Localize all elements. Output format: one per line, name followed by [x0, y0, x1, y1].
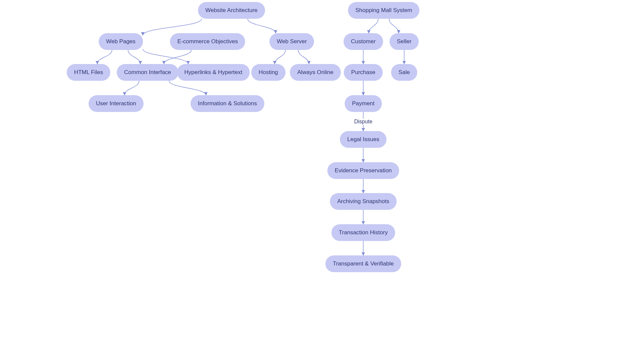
node-hosting: Hosting	[251, 64, 285, 81]
node-infoSolutions: Information & Solutions	[191, 95, 264, 112]
node-transparent: Transparent & Verifiable	[325, 255, 401, 272]
edge-shoppingMallSystem-to-seller	[389, 19, 398, 33]
edge-ecommerceObjectives-to-commonInterface	[164, 50, 192, 64]
edge-label-payment-to-legalIssues: Dispute	[353, 119, 374, 125]
edge-webPages-to-hyperlinks	[143, 49, 188, 64]
edge-webServer-to-alwaysOnline	[298, 50, 309, 64]
edge-commonInterface-to-userInteraction	[124, 81, 139, 95]
node-commonInterface: Common Interface	[117, 64, 178, 81]
node-hyperlinks: Hyperlinks & Hypertext	[177, 64, 250, 81]
edges-layer	[0, 0, 644, 362]
edge-shoppingMallSystem-to-customer	[369, 19, 378, 33]
node-userInteraction: User Interaction	[89, 95, 144, 112]
edge-webServer-to-hosting	[275, 50, 285, 64]
node-websiteArchitecture: Website Architecture	[198, 2, 265, 19]
node-customer: Customer	[343, 33, 383, 50]
node-webServer: Web Server	[269, 33, 314, 50]
node-transHistory: Transaction History	[331, 224, 395, 241]
node-alwaysOnline: Always Online	[290, 64, 341, 81]
node-ecommerceObjectives: E-commerce Objectives	[170, 33, 245, 50]
node-htmlFiles: HTML Files	[67, 64, 110, 81]
node-shoppingMallSystem: Shopping Mall System	[348, 2, 419, 19]
edge-commonInterface-to-infoSolutions	[169, 81, 206, 95]
node-payment: Payment	[344, 95, 382, 112]
node-seller: Seller	[389, 33, 419, 50]
node-sale: Sale	[391, 64, 417, 81]
node-legalIssues: Legal Issues	[340, 131, 386, 148]
node-evidence: Evidence Preservation	[327, 162, 399, 179]
edge-webPages-to-htmlFiles	[97, 50, 112, 64]
node-webPages: Web Pages	[99, 33, 143, 50]
node-archiving: Archiving Snapshots	[330, 193, 397, 210]
edge-webPages-to-commonInterface	[128, 50, 141, 64]
node-purchase: Purchase	[344, 64, 383, 81]
edge-websiteArchitecture-to-webServer	[248, 19, 275, 33]
flowchart-diagram: Website ArchitectureShopping Mall System…	[0, 0, 644, 362]
